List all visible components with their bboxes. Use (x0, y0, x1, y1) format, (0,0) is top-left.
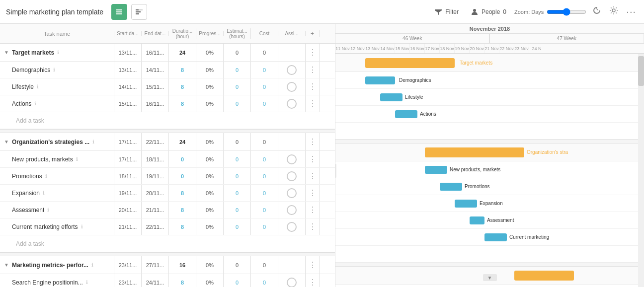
group-dot-menu[interactable]: ⋮ (306, 133, 320, 150)
group-progress: 0% (196, 44, 224, 61)
people-count: 0 (503, 8, 506, 15)
gantt-bar-text: Demographics (399, 77, 431, 83)
group-estimate: 0 (224, 44, 251, 61)
gantt-scroll-left[interactable]: ◀ (335, 164, 336, 178)
info-icon[interactable]: ℹ (43, 190, 45, 196)
task-dot-menu[interactable]: ⋮ (306, 78, 320, 95)
svg-rect-3 (136, 9, 139, 10)
gantt-bar-promotions: Promotions (440, 183, 462, 191)
filter-button[interactable]: Filter (430, 6, 463, 18)
task-cell: Lifestyle ℹ (0, 78, 114, 95)
task-dot-menu[interactable]: ⋮ (306, 218, 320, 235)
gantt-month: November 2018 (335, 24, 644, 34)
gantt-row-assessment: Assessment (335, 212, 644, 229)
gantt-bar-new-products: New products, markets (425, 166, 447, 174)
settings-button[interactable] (607, 4, 620, 19)
add-task-button-1[interactable]: Add a task (0, 112, 335, 129)
task-dot-menu[interactable]: ⋮ (306, 62, 320, 78)
gantt-week-row: 46 Week 47 Week (335, 34, 644, 44)
task-cell: Expansion ℹ (0, 185, 114, 201)
svg-point-8 (612, 9, 615, 12)
group-task-cell: ▼ Target markets ℹ (0, 44, 114, 61)
info-icon[interactable]: ℹ (91, 262, 93, 268)
task-row: Assessment ℹ 20/11... 21/11... 8 0% 0 0 … (0, 202, 335, 218)
task-dot-menu[interactable]: ⋮ (306, 151, 320, 167)
gantt-bar-lifestyle: Lifestyle (380, 93, 402, 101)
info-icon[interactable]: ℹ (53, 67, 55, 72)
gantt-day: 23 Nov (514, 44, 529, 53)
task-dot-menu[interactable]: ⋮ (306, 95, 320, 112)
gantt-row-lifestyle: Lifestyle (335, 89, 644, 106)
col-header-progress: Progres... (196, 31, 224, 36)
task-dot-menu[interactable]: ⋮ (306, 274, 320, 287)
info-icon[interactable]: ℹ (45, 173, 47, 179)
task-end: 14/11... (142, 62, 169, 78)
app-title: Simple marketing plan template (6, 8, 103, 16)
gantt-bar-org-group: Organization's stra (425, 147, 524, 157)
group-start: 13/11... (114, 44, 142, 61)
col-header-cost: Cost (251, 31, 278, 36)
task-cell: Actions ℹ (0, 95, 114, 112)
gantt-day: 21 Nov (484, 44, 499, 53)
task-dot-menu[interactable]: ⋮ (306, 168, 320, 184)
task-cell: Search Engine positionin... ℹ (0, 274, 114, 287)
task-dot-menu[interactable]: ⋮ (306, 185, 320, 201)
info-icon[interactable]: ℹ (57, 50, 59, 55)
people-button[interactable]: People 0 (467, 6, 510, 18)
gantt-day: 12 Nov (350, 44, 365, 53)
group-task-cell: ▼ Marketing metrics- perfor... ℹ (0, 256, 114, 274)
group-toggle-target-markets[interactable]: ▼ (4, 50, 9, 55)
task-estimate: 0 (224, 62, 251, 78)
people-label: People (482, 8, 500, 15)
section-divider (0, 129, 335, 133)
assignee-circle (287, 188, 297, 198)
gantt-bar-text: Promotions (465, 184, 490, 189)
info-icon[interactable]: ℹ (34, 101, 36, 106)
group-toggle-org[interactable]: ▼ (4, 139, 9, 144)
gantt-bar-actions: Actions (395, 110, 417, 118)
gantt-group-row-org: Organization's stra (335, 144, 644, 161)
gantt-day: 17 Nov (425, 44, 440, 53)
gantt-day: 18 Nov (440, 44, 455, 53)
zoom-container: Zoom: Days (514, 8, 586, 16)
group-dot-menu[interactable]: ⋮ (306, 44, 320, 61)
group-cost: 0 (251, 44, 278, 61)
info-icon[interactable]: ℹ (37, 84, 39, 89)
gantt-bar-text: Expansion (480, 201, 503, 206)
info-icon[interactable]: ℹ (86, 280, 88, 285)
gantt-view-button[interactable] (131, 4, 147, 20)
gantt-row-actions: Actions (335, 106, 644, 123)
svg-rect-6 (139, 9, 143, 10)
info-icon[interactable]: ℹ (81, 224, 83, 229)
task-cost: 0 (251, 62, 278, 78)
list-view-button[interactable] (111, 4, 127, 20)
assignee-circle (287, 278, 297, 287)
gantt-row-demographics: Demographics (335, 72, 644, 89)
task-duration: 8 (169, 62, 196, 78)
gantt-scrollbar-right[interactable] (638, 54, 644, 287)
task-cell: Current marketing efforts ℹ (0, 218, 114, 235)
info-icon[interactable]: ℹ (47, 207, 49, 213)
more-button[interactable]: ··· (624, 4, 638, 19)
gantt-scroll-down[interactable]: ▼ (483, 274, 497, 281)
info-icon[interactable]: ℹ (76, 156, 78, 162)
col-header-assignee: Assi... (278, 31, 306, 36)
gantt-divider (335, 263, 644, 267)
gantt-scrollbar-thumb[interactable] (638, 56, 644, 86)
add-task-button-2[interactable]: Add a task (0, 235, 335, 252)
history-button[interactable] (590, 4, 603, 19)
task-dot-menu[interactable]: ⋮ (306, 202, 320, 218)
task-row: Lifestyle ℹ 14/11... 15/11... 8 0% 0 0 ⋮ (0, 78, 335, 95)
gantt-week-47: 47 Week (490, 34, 644, 43)
svg-point-7 (473, 9, 476, 12)
gantt-row-expansion: Expansion (335, 195, 644, 212)
info-icon[interactable]: ℹ (92, 139, 94, 144)
assignee-circle (287, 222, 297, 232)
svg-rect-0 (116, 9, 122, 10)
col-header-add[interactable]: + (306, 30, 320, 37)
zoom-slider[interactable] (547, 8, 586, 16)
group-dot-menu[interactable]: ⋮ (306, 256, 320, 274)
column-headers: Task name Start da... End dat... Duratio… (0, 24, 335, 44)
group-toggle-metrics[interactable]: ▼ (4, 262, 9, 268)
gantt-bar-text: Actions (420, 111, 436, 117)
